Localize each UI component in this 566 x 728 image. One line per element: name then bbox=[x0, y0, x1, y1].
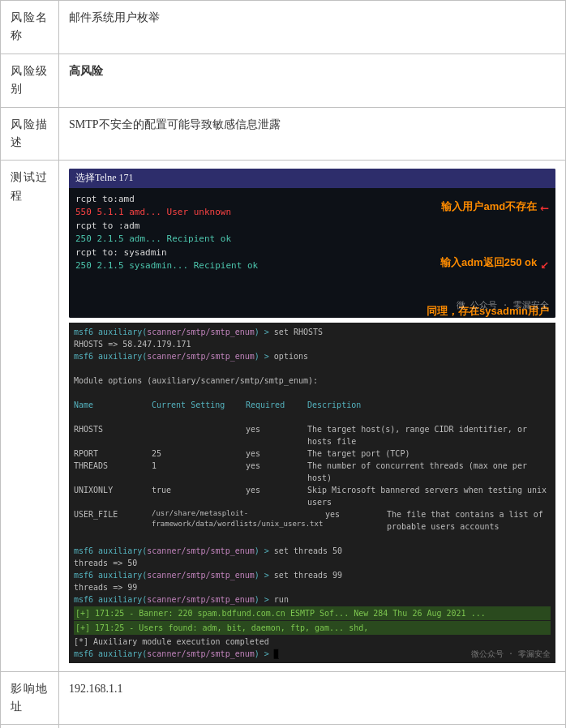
tb-line-5: Module options (auxiliary/scanner/smtp/s… bbox=[74, 375, 551, 387]
tb-rhosts-desc: The target host(s), range CIDR identifie… bbox=[307, 423, 551, 448]
tb-line-8 bbox=[74, 411, 551, 423]
label-test-process: 测试过 程 bbox=[1, 161, 59, 671]
value-affected-addr: 192.168.1.1 bbox=[59, 671, 566, 725]
terminal-line-1: rcpt to:amd bbox=[75, 193, 549, 207]
main-table: 风险名 称 邮件系统用户枚举 风险级 别 高风险 风险描 述 SMTP不安全的配… bbox=[0, 0, 566, 728]
tb-rhosts-req: yes bbox=[246, 423, 294, 448]
tb-line-6 bbox=[74, 387, 551, 399]
tb-complete: [*] Auxiliary module execution completed bbox=[74, 636, 551, 648]
tb-line-10: RPORT 25 yes The target port (TCP) bbox=[74, 448, 551, 460]
terminal-container: 选择Telne 171 rcpt to:amd 550 5.1.1 amd...… bbox=[69, 169, 555, 662]
terminal-line-5: rcpt to: sysadmin bbox=[75, 246, 549, 260]
tb-line-7: Name Current Setting Required Descriptio… bbox=[74, 399, 551, 411]
terminal-title-label: 选择Telne 171 bbox=[75, 170, 133, 186]
tb-line-1: msf6 auxiliary(scanner/smtp/smtp_enum) >… bbox=[74, 326, 551, 338]
tb-rhosts: RHOSTS bbox=[74, 423, 139, 448]
spacer-2 bbox=[427, 285, 549, 292]
tb-line-12: UNIXONLY true yes Skip Microsoft bannere… bbox=[74, 484, 551, 508]
tb-rhosts-val bbox=[152, 423, 233, 448]
row-risk-name: 风险名 称 邮件系统用户枚举 bbox=[1, 1, 566, 54]
wechat-badge-2: 微公众号 · 零漏安全 bbox=[471, 648, 551, 660]
value-risk-desc: SMTP不安全的配置可能导致敏感信息泄露 bbox=[59, 107, 566, 161]
wechat-badge-1: 微 公众号 · 零漏安全 bbox=[457, 299, 550, 313]
tb-line-3: msf6 auxiliary(scanner/smtp/smtp_enum) >… bbox=[74, 350, 551, 362]
tb-result-1: [+] 171:25 - Banner: 220 spam.bdfund.com… bbox=[74, 606, 551, 620]
terminal-line-4: 250 2.1.5 adm... Recipient ok bbox=[75, 233, 549, 246]
label-risk-analysis: 风险分 析 bbox=[1, 725, 59, 728]
row-affected-addr: 影响地 址 192.168.1.1 bbox=[1, 671, 566, 725]
label-risk-desc: 风险描 述 bbox=[1, 107, 59, 161]
row-test-process: 测试过 程 选择Telne 171 rcpt to:amd 550 5.1.1 … bbox=[1, 161, 566, 671]
tb-line-16: threads => 50 bbox=[74, 557, 551, 569]
terminal-line-2: 550 5.1.1 amd... User unknown bbox=[75, 206, 549, 220]
tb-line-9: RHOSTS yes The target host(s), range CID… bbox=[74, 423, 551, 448]
row-risk-level: 风险级 别 高风险 bbox=[1, 54, 566, 107]
tb-line-11: THREADS 1 yes The number of concurrent t… bbox=[74, 460, 551, 484]
tb-line-19: msf6 auxiliary(scanner/smtp/smtp_enum) >… bbox=[74, 593, 551, 606]
tb-col-setting: Current Setting bbox=[152, 399, 233, 411]
label-risk-level: 风险级 别 bbox=[1, 54, 59, 107]
terminal-top: 选择Telne 171 rcpt to:amd 550 5.1.1 amd...… bbox=[69, 169, 555, 317]
value-risk-level: 高风险 bbox=[59, 54, 566, 107]
row-risk-desc: 风险描 述 SMTP不安全的配置可能导致敏感信息泄露 bbox=[1, 107, 566, 161]
terminal-titlebar: 选择Telne 171 bbox=[69, 169, 555, 187]
tb-line-15: msf6 auxiliary(scanner/smtp/smtp_enum) >… bbox=[74, 545, 551, 557]
tb-line-18: threads => 99 bbox=[74, 581, 551, 593]
tb-line-17: msf6 auxiliary(scanner/smtp/smtp_enum) >… bbox=[74, 569, 551, 581]
value-risk-analysis: 攻击者可以通过枚举用户名，可以爆破弱口令 bbox=[59, 725, 566, 728]
terminal-bottom: msf6 auxiliary(scanner/smtp/smtp_enum) >… bbox=[69, 323, 555, 663]
terminal-line-6: 250 2.1.5 sysadmin... Recipient ok bbox=[75, 259, 549, 273]
row-risk-analysis: 风险分 析 攻击者可以通过枚举用户名，可以爆破弱口令 bbox=[1, 725, 566, 728]
tb-line-13: USER_FILE /usr/share/metasploit-framewor… bbox=[74, 508, 551, 533]
terminal-body: rcpt to:amd 550 5.1.1 amd... User unknow… bbox=[69, 188, 555, 318]
tb-line-4 bbox=[74, 362, 551, 375]
value-test-process: 选择Telne 171 rcpt to:amd 550 5.1.1 amd...… bbox=[59, 161, 566, 671]
value-risk-name: 邮件系统用户枚举 bbox=[59, 1, 566, 54]
tb-line-2: RHOSTS => 58.247.179.171 bbox=[74, 338, 551, 350]
label-affected-addr: 影响地 址 bbox=[1, 671, 59, 725]
tb-col-desc: Description bbox=[307, 399, 361, 411]
tb-line-14 bbox=[74, 533, 551, 545]
tb-col-name: Name bbox=[74, 399, 139, 411]
risk-level-badge: 高风险 bbox=[69, 65, 103, 77]
terminal-line-3: rcpt to :adm bbox=[75, 220, 549, 233]
label-risk-name: 风险名 称 bbox=[1, 1, 59, 54]
tb-col-required: Required bbox=[246, 399, 294, 411]
tb-result-2: [+] 171:25 - Users found: adm, bit, daem… bbox=[74, 621, 551, 635]
